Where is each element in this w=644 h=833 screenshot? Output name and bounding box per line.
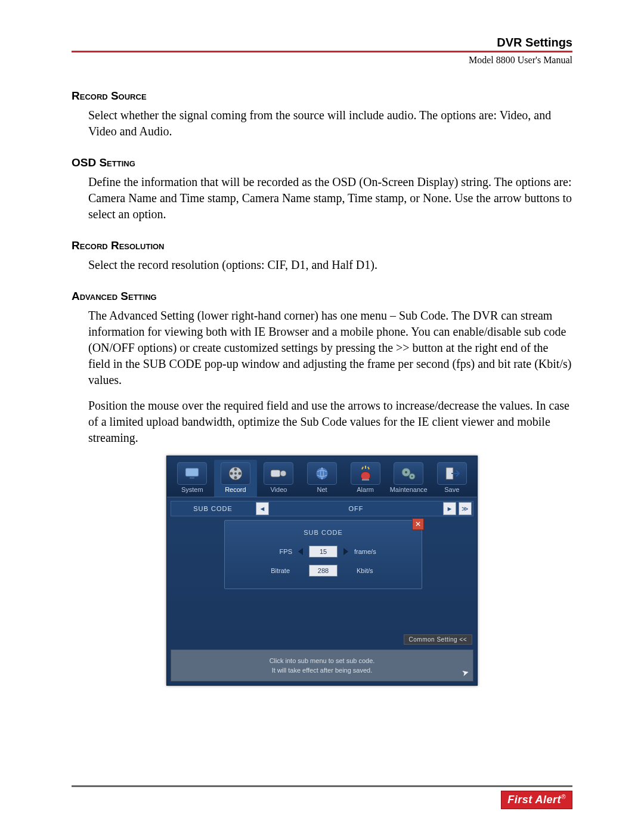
tab-record[interactable]: Record — [214, 460, 258, 497]
page-header-subtitle: Model 8800 User's Manual — [72, 55, 572, 66]
bitrate-row: Bitrate 288 Kbit/s — [225, 561, 422, 580]
svg-rect-8 — [271, 470, 280, 477]
fps-unit: frame/s — [354, 548, 390, 555]
fps-increase-button[interactable] — [343, 548, 348, 555]
gears-icon — [394, 462, 423, 485]
section-body-record-resolution: Select the record resolution (options: C… — [88, 257, 572, 273]
bitrate-label: Bitrate — [254, 567, 290, 574]
tab-label: Net — [317, 486, 327, 493]
subcode-popup: ✕ SUB CODE FPS 15 frame/s Bitrate 288 — [224, 520, 422, 589]
popup-close-button[interactable]: ✕ — [412, 518, 424, 530]
tab-alarm[interactable]: Alarm — [343, 460, 387, 497]
hint-line-1: Click into sub menu to set sub code. — [176, 657, 468, 664]
svg-point-11 — [361, 472, 370, 480]
camera-icon — [264, 462, 293, 485]
section-body-advanced-setting-2: Position the mouse over the required fie… — [88, 398, 572, 446]
tab-net[interactable]: Net — [301, 460, 344, 497]
svg-point-9 — [280, 470, 286, 476]
tab-label: Maintenance — [390, 486, 428, 493]
section-body-advanced-setting-1: The Advanced Setting (lower right-hand c… — [88, 308, 572, 388]
fps-decrease-button[interactable] — [298, 548, 303, 555]
svg-rect-1 — [190, 477, 194, 479]
tab-save[interactable]: Save — [430, 460, 473, 497]
brand-name: First Alert — [507, 794, 561, 806]
svg-point-6 — [238, 472, 241, 475]
svg-point-10 — [316, 467, 328, 479]
section-body-record-source: Select whether the signal coming from th… — [88, 107, 572, 140]
fps-row: FPS 15 frame/s — [225, 542, 422, 561]
alarm-light-icon — [351, 462, 380, 485]
svg-rect-12 — [362, 479, 369, 481]
tab-maintenance[interactable]: Maintenance — [387, 460, 431, 497]
common-setting-button[interactable]: Common Setting << — [404, 634, 472, 645]
svg-rect-0 — [185, 468, 199, 476]
dvr-tab-bar: System Record Video — [167, 456, 477, 497]
svg-point-5 — [230, 472, 233, 475]
tab-label: System — [181, 486, 203, 493]
subcode-field-row: SUB CODE ◄ OFF ► ≫ — [171, 501, 473, 516]
tab-video[interactable]: Video — [257, 460, 301, 497]
globe-icon — [307, 462, 337, 485]
section-heading-advanced-setting: Advanced Setting — [72, 290, 572, 303]
svg-point-7 — [234, 472, 237, 475]
registered-mark: ® — [561, 794, 566, 800]
bitrate-unit: Kbit/s — [357, 567, 392, 574]
svg-point-16 — [411, 476, 413, 478]
section-heading-record-resolution: Record Resolution — [72, 239, 572, 252]
section-heading-osd-setting: OSD Setting — [72, 156, 572, 169]
header-divider — [72, 51, 572, 52]
svg-point-4 — [234, 476, 237, 479]
hint-line-2: It will take effect after being saved. — [176, 667, 468, 674]
bitrate-value-input[interactable]: 288 — [309, 565, 338, 577]
subcode-value: OFF — [270, 505, 442, 512]
popup-title: SUB CODE — [225, 521, 422, 542]
subcode-prev-button[interactable]: ◄ — [256, 502, 269, 515]
fps-label: FPS — [256, 548, 292, 555]
page-footer: First Alert® — [72, 738, 572, 809]
section-heading-record-source: Record Source — [72, 89, 572, 103]
subcode-field-label: SUB CODE — [171, 505, 255, 512]
brand-logo: First Alert® — [501, 791, 572, 809]
tab-label: Alarm — [357, 486, 374, 493]
tab-system[interactable]: System — [171, 460, 214, 497]
fps-value-input[interactable]: 15 — [309, 546, 338, 558]
subcode-next-button[interactable]: ► — [443, 502, 456, 515]
tab-label: Save — [444, 486, 459, 493]
tab-label: Video — [270, 486, 287, 493]
page-header-title: DVR Settings — [497, 36, 572, 49]
svg-point-14 — [405, 471, 407, 473]
save-exit-icon — [437, 462, 467, 485]
svg-point-3 — [234, 468, 237, 471]
tab-label: Record — [225, 486, 246, 493]
section-body-osd-setting: Define the information that will be reco… — [88, 174, 572, 222]
mouse-cursor-icon: ➤ — [461, 667, 470, 679]
film-reel-icon — [221, 462, 250, 485]
hint-panel: Click into sub menu to set sub code. It … — [171, 649, 473, 682]
dvr-settings-window: System Record Video — [166, 456, 478, 686]
subcode-expand-button[interactable]: ≫ — [459, 502, 472, 515]
monitor-icon — [177, 462, 207, 485]
